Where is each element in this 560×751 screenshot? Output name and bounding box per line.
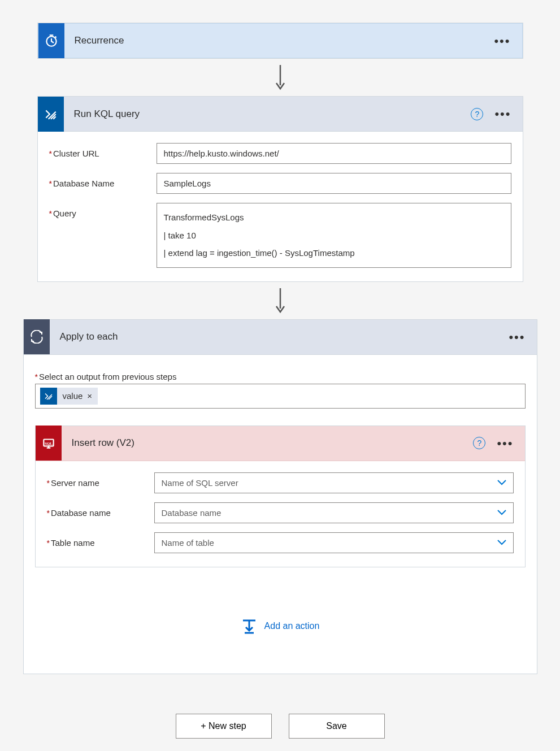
chevron-down-icon	[490, 509, 513, 516]
more-menu-icon[interactable]: •••	[493, 36, 511, 46]
sql-icon: SQL	[36, 426, 62, 461]
cluster-url-input[interactable]	[157, 143, 511, 164]
sql-database-label: *Database name	[47, 502, 154, 518]
chevron-down-icon	[490, 539, 513, 546]
apply-header[interactable]: Apply to each •••	[24, 320, 537, 355]
more-menu-icon[interactable]: •••	[496, 438, 514, 449]
new-step-button[interactable]: + New step	[176, 714, 272, 739]
clock-icon	[38, 23, 64, 58]
cluster-url-label: *Cluster URL	[49, 143, 157, 158]
server-name-label: *Server name	[47, 472, 154, 488]
apply-body: *Select an output from previous steps va…	[24, 355, 537, 674]
query-label: *Query	[49, 203, 157, 218]
value-token: value ×	[40, 388, 98, 405]
sql-header[interactable]: SQL Insert row (V2) ? •••	[36, 426, 525, 461]
recurrence-step: Recurrence •••	[37, 23, 523, 59]
kql-title: Run KQL query	[64, 108, 471, 120]
add-action-label: Add an action	[264, 621, 320, 631]
kusto-icon	[38, 97, 64, 132]
apply-title: Apply to each	[50, 331, 508, 342]
more-menu-icon[interactable]: •••	[507, 332, 526, 342]
sql-title: Insert row (V2)	[62, 437, 474, 449]
remove-token-icon[interactable]: ×	[87, 391, 98, 401]
add-action-button[interactable]: Add an action	[35, 573, 526, 662]
token-label: value	[57, 391, 88, 401]
kql-step: Run KQL query ? ••• *Cluster URL *Databa…	[37, 96, 523, 282]
select-output-label: *Select an output from previous steps	[35, 372, 526, 381]
help-icon[interactable]: ?	[471, 108, 483, 120]
table-name-label: *Table name	[47, 532, 154, 548]
connector-arrow	[21, 63, 539, 92]
chevron-down-icon	[490, 479, 513, 486]
select-output-input[interactable]: value ×	[35, 384, 526, 409]
database-name-input[interactable]	[157, 173, 511, 194]
database-name-label: *Database Name	[49, 173, 157, 188]
recurrence-header[interactable]: Recurrence •••	[38, 23, 523, 58]
connector-arrow	[21, 286, 539, 315]
add-action-icon	[241, 618, 258, 634]
save-button[interactable]: Save	[289, 714, 385, 739]
query-input[interactable]: TransformedSysLogs | take 10 | extend la…	[157, 203, 511, 268]
server-name-dropdown[interactable]: Name of SQL server	[154, 472, 514, 493]
help-icon[interactable]: ?	[473, 437, 485, 449]
more-menu-icon[interactable]: •••	[493, 108, 512, 119]
kusto-icon	[40, 388, 57, 405]
table-name-dropdown[interactable]: Name of table	[154, 532, 514, 553]
svg-text:SQL: SQL	[44, 441, 52, 446]
insert-row-step: SQL Insert row (V2) ? ••• *Server name N…	[35, 426, 526, 567]
sql-database-dropdown[interactable]: Database name	[154, 502, 514, 523]
sql-body: *Server name Name of SQL server *Databas…	[36, 461, 525, 567]
kql-body: *Cluster URL *Database Name *Query Trans…	[38, 132, 523, 281]
recurrence-title: Recurrence	[64, 35, 493, 46]
loop-icon	[24, 319, 50, 354]
apply-to-each-step: Apply to each ••• *Select an output from…	[23, 319, 537, 674]
kql-header[interactable]: Run KQL query ? •••	[38, 97, 523, 132]
footer-buttons: + New step Save	[21, 714, 539, 739]
